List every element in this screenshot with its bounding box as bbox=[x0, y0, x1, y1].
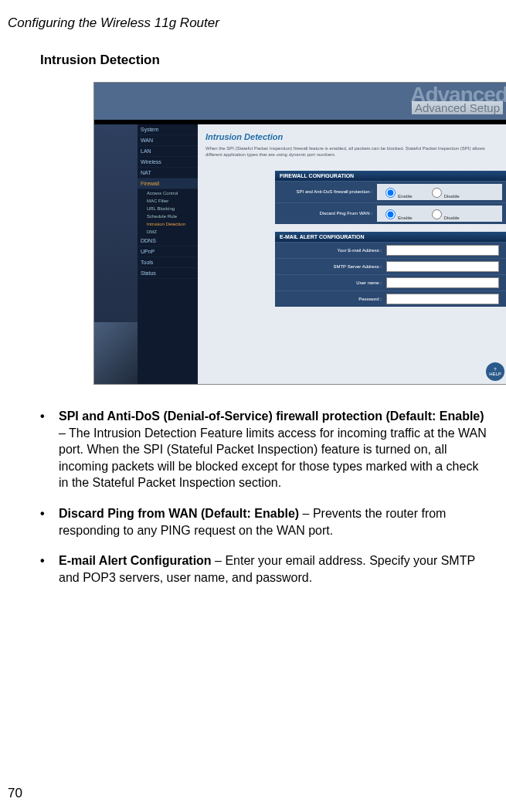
bullet-icon: • bbox=[40, 505, 59, 539]
sidebar-item-lan[interactable]: LAN bbox=[138, 146, 198, 157]
smtp-label: SMTP Server Address : bbox=[280, 264, 386, 269]
username-label: User name : bbox=[280, 280, 386, 285]
body-text: • SPI and Anti-DoS (Denial-of-Service) f… bbox=[40, 408, 488, 586]
sidebar-item-firewall[interactable]: Firewall bbox=[138, 178, 198, 189]
sidebar-sub-schedule-rule[interactable]: Schedule Rule bbox=[138, 212, 198, 220]
panel-title: Intrusion Detection bbox=[205, 132, 500, 141]
sidebar-sub-mac-filter[interactable]: MAC Filter bbox=[138, 197, 198, 205]
bullet-2: • Discard Ping from WAN (Default: Enable… bbox=[40, 505, 488, 539]
radio-icon[interactable] bbox=[385, 188, 396, 198]
decorative-photo bbox=[94, 322, 138, 384]
username-input[interactable] bbox=[386, 277, 499, 288]
smtp-input[interactable] bbox=[386, 261, 499, 272]
spi-disable-radio[interactable]: Disable bbox=[428, 185, 460, 199]
spi-enable-radio[interactable]: Enable bbox=[382, 185, 413, 199]
sidebar-sub-url-blocking[interactable]: URL Blocking bbox=[138, 205, 198, 212]
discard-ping-label: Discard Ping From WAN : bbox=[280, 211, 377, 216]
bullet-icon: • bbox=[40, 552, 59, 586]
ping-enable-radio[interactable]: Enable bbox=[382, 207, 413, 220]
screenshot-main-panel: Intrusion Detection When the SPI (Statef… bbox=[198, 124, 506, 384]
sidebar-item-ddns[interactable]: DDNS bbox=[138, 236, 198, 246]
discard-ping-row: Discard Ping From WAN : Enable Disable bbox=[275, 202, 506, 224]
left-gutter bbox=[94, 124, 138, 384]
bullet-icon: • bbox=[40, 408, 59, 491]
sidebar-sub-access-control[interactable]: Access Control bbox=[138, 189, 198, 197]
router-admin-screenshot: Advanced Advanced Setup System WAN LAN W… bbox=[93, 82, 506, 385]
sidebar-item-system[interactable]: System bbox=[138, 124, 198, 135]
sidebar-item-status[interactable]: Status bbox=[138, 268, 198, 279]
email-address-row: Your E-mail Address : bbox=[275, 242, 506, 258]
radio-icon[interactable] bbox=[385, 209, 396, 219]
bullet-1-text: SPI and Anti-DoS (Denial-of-Service) fir… bbox=[59, 408, 488, 491]
sidebar-item-tools[interactable]: Tools bbox=[138, 257, 198, 268]
password-row: Password : bbox=[275, 290, 506, 307]
bullet-2-bold: Discard Ping from WAN (Default: Enable) bbox=[59, 507, 299, 520]
radio-icon[interactable] bbox=[432, 209, 442, 219]
bullet-3-bold: E-mail Alert Configuration bbox=[59, 554, 212, 567]
sidebar-item-wireless[interactable]: Wireless bbox=[138, 157, 198, 168]
sidebar-nav: System WAN LAN Wireless NAT Firewall Acc… bbox=[138, 124, 198, 384]
sidebar-item-nat[interactable]: NAT bbox=[138, 168, 198, 178]
firewall-config-header: FIREWALL CONFIGURATION bbox=[275, 171, 506, 181]
radio-icon[interactable] bbox=[432, 188, 442, 198]
sidebar-sub-dmz[interactable]: DMZ bbox=[138, 228, 198, 236]
firewall-config-block: FIREWALL CONFIGURATION SPI and Anti-DoS … bbox=[275, 171, 506, 224]
spacer bbox=[205, 224, 500, 232]
bullet-3: • E-mail Alert Configuration – Enter you… bbox=[40, 552, 488, 586]
sidebar-item-upnp[interactable]: UPnP bbox=[138, 246, 198, 257]
spi-label: SPI and Anti-DoS firewall protection : bbox=[280, 189, 377, 194]
email-address-label: Your E-mail Address : bbox=[280, 248, 386, 253]
document-page: Configuring the Wireless 11g Router Intr… bbox=[0, 0, 506, 812]
sidebar-sub-intrusion-detection[interactable]: Intrusion Detection bbox=[138, 220, 198, 228]
spi-row: SPI and Anti-DoS firewall protection : E… bbox=[275, 181, 506, 202]
ping-disable-radio[interactable]: Disable bbox=[428, 207, 460, 220]
username-row: User name : bbox=[275, 274, 506, 290]
bullet-1: • SPI and Anti-DoS (Denial-of-Service) f… bbox=[40, 408, 488, 491]
spi-radio-group: Enable Disable bbox=[377, 184, 502, 200]
section-heading: Intrusion Detection bbox=[40, 53, 498, 68]
discard-ping-radio-group: Enable Disable bbox=[377, 206, 502, 222]
panel-description: When the SPI (Stateful Packet Inspection… bbox=[205, 146, 500, 158]
password-input[interactable] bbox=[386, 294, 499, 304]
bullet-3-text: E-mail Alert Configuration – Enter your … bbox=[59, 552, 488, 586]
bullet-2-text: Discard Ping from WAN (Default: Enable) … bbox=[59, 505, 488, 539]
screenshot-banner: Advanced Advanced Setup bbox=[94, 83, 506, 120]
page-number: 70 bbox=[8, 786, 22, 801]
sidebar-item-wan[interactable]: WAN bbox=[138, 135, 198, 146]
advanced-setup-label: Advanced Setup bbox=[412, 101, 503, 114]
password-label: Password : bbox=[280, 297, 386, 301]
running-header: Configuring the Wireless 11g Router bbox=[8, 15, 498, 31]
help-button[interactable]: ? HELP bbox=[486, 362, 504, 381]
email-config-header: E-MAIL ALERT CONFIGURATION bbox=[275, 232, 506, 242]
email-config-block: E-MAIL ALERT CONFIGURATION Your E-mail A… bbox=[275, 232, 506, 307]
bullet-1-rest: – The Intrusion Detection Feature limits… bbox=[59, 426, 487, 490]
email-address-input[interactable] bbox=[386, 245, 499, 256]
smtp-row: SMTP Server Address : bbox=[275, 258, 506, 274]
bullet-1-bold: SPI and Anti-DoS (Denial-of-Service) fir… bbox=[59, 409, 484, 423]
